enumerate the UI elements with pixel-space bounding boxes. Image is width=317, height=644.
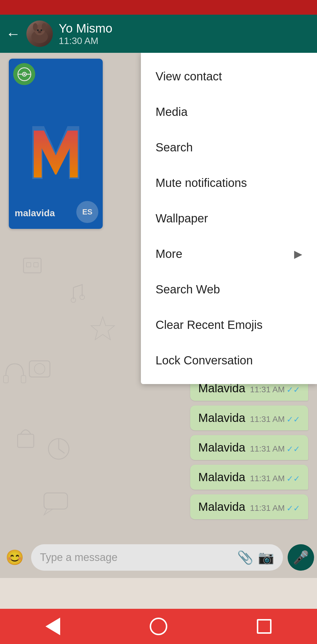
malavida-logo [26, 114, 85, 182]
svg-point-2 [33, 23, 38, 31]
message-text: Malavida [198, 411, 245, 425]
avatar[interactable] [26, 21, 53, 47]
toolbar: ← Yo Mismo 11:30 AM [0, 15, 317, 53]
last-seen: 11:30 AM [59, 36, 311, 46]
input-bar: 😊 Type a message 📎 📷 🎤 [3, 540, 314, 575]
message-ticks: ✓✓ [286, 474, 300, 484]
svg-rect-17 [4, 376, 8, 383]
camera-button[interactable]: 📷 [258, 550, 274, 565]
menu-item-wallpaper[interactable]: Wallpaper [141, 201, 317, 236]
svg-point-3 [42, 23, 46, 31]
svg-rect-7 [23, 258, 41, 273]
message-ticks: ✓✓ [286, 503, 300, 513]
recent-square-icon [257, 619, 272, 634]
attach-button[interactable]: 📎 [237, 550, 253, 565]
message-ticks: ✓✓ [286, 415, 300, 424]
svg-rect-9 [34, 263, 38, 267]
svg-rect-12 [18, 434, 34, 447]
menu-item-search[interactable]: Search [141, 130, 317, 165]
message-placeholder[interactable]: Type a message [40, 551, 232, 564]
svg-point-4 [37, 29, 39, 31]
menu-item-lock-conversation[interactable]: Lock Conversation [141, 343, 317, 378]
message-meta: 11:31 AM ✓✓ [250, 415, 300, 424]
brand-text: malavida [15, 208, 55, 219]
home-circle-icon [150, 618, 167, 635]
svg-point-19 [48, 439, 69, 459]
svg-point-11 [34, 364, 45, 374]
avatar-image [26, 21, 53, 47]
status-bar [0, 0, 317, 15]
message-text: Malavida [198, 441, 245, 454]
message-5: Malavida 11:31 AM ✓✓ [190, 494, 308, 519]
mic-button[interactable]: 🎤 [288, 544, 314, 571]
contact-name: Yo Mismo [59, 21, 311, 36]
message-ticks: ✓✓ [286, 444, 300, 454]
submenu-arrow-icon: ▶ [294, 248, 302, 260]
svg-point-14 [71, 298, 76, 302]
message-time: 11:31 AM [250, 474, 285, 483]
nav-home-button[interactable] [147, 615, 170, 638]
message-text: Malavida [198, 471, 245, 484]
svg-rect-10 [29, 361, 50, 377]
message-meta: 11:31 AM ✓✓ [250, 444, 300, 454]
message-ticks: ✓✓ [286, 385, 300, 395]
menu-item-view-contact[interactable]: View contact [141, 59, 317, 94]
back-triangle-icon [45, 618, 60, 635]
message-4: Malavida 11:31 AM ✓✓ [190, 465, 308, 490]
message-meta: 11:31 AM ✓✓ [250, 503, 300, 513]
context-menu: View contact Media Search Mute notificat… [141, 53, 317, 384]
svg-rect-13 [44, 493, 68, 509]
back-button[interactable]: ← [6, 26, 21, 41]
svg-line-21 [59, 449, 65, 453]
svg-point-6 [38, 31, 41, 33]
badge-es: ES [76, 201, 98, 223]
menu-item-mute-notifications[interactable]: Mute notifications [141, 165, 317, 201]
image-card: malavida ES [9, 59, 103, 229]
svg-marker-16 [91, 317, 114, 340]
menu-item-search-web[interactable]: Search Web [141, 272, 317, 307]
message-time: 11:31 AM [250, 444, 285, 454]
message-time: 11:31 AM [250, 415, 285, 424]
menu-item-clear-recent-emojis[interactable]: Clear Recent Emojis [141, 307, 317, 343]
message-time: 11:31 AM [250, 385, 285, 394]
message-meta: 11:31 AM ✓✓ [250, 474, 300, 484]
message-time: 11:31 AM [250, 503, 285, 513]
pokeball-badge [13, 63, 35, 85]
svg-rect-18 [21, 376, 26, 383]
svg-point-5 [41, 29, 42, 31]
message-2: Malavida 11:31 AM ✓✓ [190, 405, 308, 430]
card-visual: malavida ES [9, 59, 103, 229]
nav-back-button[interactable] [41, 615, 65, 638]
message-text: Malavida [198, 500, 245, 513]
message-input-container: Type a message 📎 📷 [31, 544, 283, 571]
nav-recent-button[interactable] [252, 615, 276, 638]
contact-info: Yo Mismo 11:30 AM [59, 21, 311, 46]
emoji-button[interactable]: 😊 [3, 546, 26, 569]
bottom-navigation [0, 609, 317, 644]
chat-area: malavida ES PING!!! 11:31 AM ✓✓ Malavida… [0, 53, 317, 578]
message-meta: 11:31 AM ✓✓ [250, 385, 300, 395]
menu-item-more[interactable]: More ▶ [141, 236, 317, 272]
message-3: Malavida 11:31 AM ✓✓ [190, 435, 308, 460]
menu-item-media[interactable]: Media [141, 94, 317, 130]
svg-rect-8 [26, 263, 31, 267]
svg-point-15 [80, 295, 85, 300]
